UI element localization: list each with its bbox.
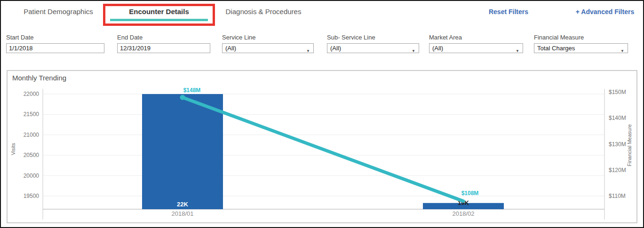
line-point-2018-01[interactable] [180,95,185,100]
filter-sub-service-line: Sub- Service Line (All) ▼ [327,34,419,53]
market-area-label: Market Area [429,34,523,41]
market-area-select[interactable]: (All) ▼ [429,43,523,53]
filter-market-area: Market Area (All) ▼ [429,34,523,53]
tab-encounter-details[interactable]: Encounter Details [107,8,211,21]
service-line-select[interactable]: (All) ▼ [222,43,314,53]
chevron-down-icon: ▼ [306,47,310,53]
financial-measure-label: Financial Measure [534,34,628,41]
left-axis-title: Visits [10,142,16,155]
active-tab-underline [110,19,208,21]
sub-service-line-select[interactable]: (All) ▼ [327,43,419,53]
encounter-details-dashboard: Patient Demographics Encounter Details D… [0,0,644,228]
end-date-input[interactable] [117,43,210,53]
tab-diagnosis-procedures[interactable]: Diagnosis & Procedures [216,8,310,16]
filter-end-date: End Date [117,34,210,53]
left-axis-tick: 20500 [24,152,40,158]
service-line-value: (All) [225,45,236,52]
line-value-label: $148M [183,87,201,94]
sub-service-line-value: (All) [330,45,341,52]
left-axis-tick: 19500 [24,193,40,199]
start-date-label: Start Date [6,34,104,41]
reset-filters-link[interactable]: Reset Filters [485,8,532,16]
filter-financial-measure: Financial Measure Total Charges ▼ [534,34,628,53]
bar-2018/01[interactable] [142,94,223,209]
filter-start-date: Start Date [6,34,104,53]
right-axis-tick: $120M [609,167,626,173]
filter-service-line: Service Line (All) ▼ [222,34,314,53]
monthly-trending-panel: Monthly Trending 22K19K$148M$108M2200021… [7,70,637,223]
end-date-label: End Date [117,34,210,41]
financial-measure-line[interactable] [183,97,463,201]
chart-title: Monthly Trending [12,74,66,82]
right-axis-tick: $150M [609,89,626,95]
financial-measure-value: Total Charges [537,45,575,52]
monthly-trending-chart: 22K19K$148M$108M220002150021000205002000… [8,71,636,221]
tab-patient-demographics[interactable]: Patient Demographics [16,8,101,16]
left-axis-tick: 21500 [24,111,40,118]
market-area-value: (All) [432,45,443,52]
chevron-down-icon: ▼ [620,47,624,53]
right-axis-tick: $140M [609,115,626,121]
x-axis-label: 2018/02 [453,210,475,217]
right-axis-tick: $130M [609,141,626,148]
bar-label: 22K [177,201,188,208]
financial-measure-select[interactable]: Total Charges ▼ [534,43,628,53]
advanced-filters-link[interactable]: + Advanced Filters [567,8,643,16]
chevron-down-icon: ▼ [412,47,415,53]
left-axis-tick: 22000 [24,91,40,97]
left-axis-tick: 21000 [24,132,40,138]
x-axis-label: 2018/01 [172,210,194,217]
service-line-label: Service Line [222,34,314,41]
right-axis-title: Financial Measure [627,124,632,166]
start-date-input[interactable] [6,43,104,53]
tab-encounter-details-label: Encounter Details [129,8,189,16]
right-axis-tick: $110M [609,193,626,199]
left-axis-tick: 20000 [24,173,40,179]
filter-bar: Start Date End Date Service Line (All) ▼… [1,34,644,63]
chevron-down-icon: ▼ [516,47,519,53]
line-value-label: $108M [461,190,479,197]
sub-service-line-label: Sub- Service Line [327,34,419,41]
